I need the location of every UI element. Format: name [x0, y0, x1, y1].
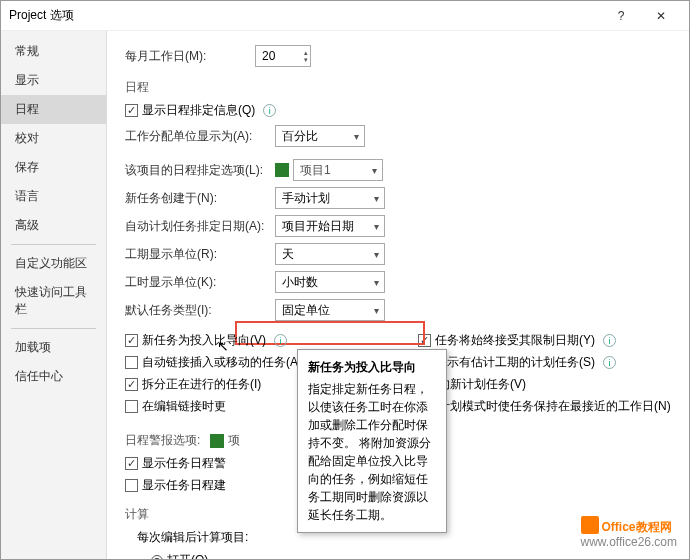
- cursor-icon: ↖: [217, 338, 229, 354]
- duration-unit-label: 工期显示单位(R):: [125, 246, 275, 263]
- project-icon: [275, 163, 289, 177]
- sidebar-item-display[interactable]: 显示: [1, 66, 106, 95]
- help-icon[interactable]: i: [603, 334, 616, 347]
- watermark-domain: www.office26.com: [581, 535, 678, 549]
- auto-link-label: 自动链接插入或移动的任务(A): [142, 354, 302, 371]
- alert-options-label: 日程警报选项:: [125, 432, 200, 449]
- deadline-label: 任务将始终接受其限制日期(Y): [435, 332, 595, 349]
- monthly-workdays-input[interactable]: 20: [255, 45, 311, 67]
- show-suggestions-label: 显示任务日程建: [142, 477, 226, 494]
- calc-on-radio[interactable]: [151, 555, 163, 560]
- show-suggestions-checkbox[interactable]: [125, 479, 138, 492]
- assign-unit-select[interactable]: 百分比: [275, 125, 365, 147]
- sidebar-item-schedule[interactable]: 日程: [1, 95, 106, 124]
- watermark: Office教程网 www.office26.com: [581, 511, 678, 549]
- help-icon[interactable]: i: [274, 334, 287, 347]
- effort-driven-label: 新任务为投入比导向(V): [142, 332, 266, 349]
- sidebar-separator: [11, 244, 96, 245]
- sidebar-item-trust-center[interactable]: 信任中心: [1, 362, 106, 391]
- sidebar-item-general[interactable]: 常规: [1, 37, 106, 66]
- calc-on-label: 打开(O): [167, 552, 208, 559]
- watermark-brand: Office教程网: [602, 520, 672, 534]
- project-schedule-select[interactable]: 项目1: [293, 159, 383, 181]
- new-task-created-label: 新任务创建于(N):: [125, 190, 275, 207]
- sidebar-separator: [11, 328, 96, 329]
- tooltip: 新任务为投入比导向 指定排定新任务日程，以使该任务工时在你添加或删除工作分配时保…: [297, 349, 447, 533]
- sidebar-item-customize-ribbon[interactable]: 自定义功能区: [1, 249, 106, 278]
- sidebar-item-language[interactable]: 语言: [1, 182, 106, 211]
- auto-link-checkbox[interactable]: [125, 356, 138, 369]
- show-estimated-label: 显示有估计工期的计划任务(S): [435, 354, 595, 371]
- assign-unit-label: 工作分配单位显示为(A):: [125, 128, 275, 145]
- auto-plan-date-select[interactable]: 项目开始日期: [275, 215, 385, 237]
- default-task-type-label: 默认任务类型(I):: [125, 302, 275, 319]
- close-button[interactable]: ✕: [641, 9, 681, 23]
- monthly-workdays-label: 每月工作日(M):: [125, 48, 255, 65]
- schedule-section-head: 日程: [125, 79, 671, 96]
- project-icon: [210, 434, 224, 448]
- sidebar: 常规 显示 日程 校对 保存 语言 高级 自定义功能区 快速访问工具栏 加载项 …: [1, 31, 107, 559]
- logo-icon: [581, 516, 599, 534]
- default-task-type-select[interactable]: 固定单位: [275, 299, 385, 321]
- window-title: Project 选项: [9, 7, 601, 24]
- show-schedule-info-label: 显示日程排定信息(Q): [142, 102, 255, 119]
- edit-link-label: 在编辑链接时更: [142, 398, 226, 415]
- sidebar-item-proofing[interactable]: 校对: [1, 124, 106, 153]
- show-schedule-info-checkbox[interactable]: [125, 104, 138, 117]
- duration-unit-select[interactable]: 天: [275, 243, 385, 265]
- auto-plan-date-label: 自动计划任务排定日期(A):: [125, 218, 275, 235]
- help-button[interactable]: ?: [601, 9, 641, 23]
- show-warnings-label: 显示任务日程警: [142, 455, 226, 472]
- work-unit-select[interactable]: 小时数: [275, 271, 385, 293]
- effort-driven-checkbox[interactable]: [125, 334, 138, 347]
- new-task-created-select[interactable]: 手动计划: [275, 187, 385, 209]
- edit-link-checkbox[interactable]: [125, 400, 138, 413]
- sidebar-item-addins[interactable]: 加载项: [1, 333, 106, 362]
- alert-project-label: 项: [228, 432, 240, 449]
- tooltip-body: 指定排定新任务日程，以使该任务工时在你添加或删除工作分配时保持不变。 将附加资源…: [308, 380, 436, 524]
- tooltip-title: 新任务为投入比导向: [308, 358, 436, 376]
- sidebar-item-advanced[interactable]: 高级: [1, 211, 106, 240]
- project-schedule-options-label: 该项目的日程排定选项(L):: [125, 162, 275, 179]
- split-task-checkbox[interactable]: [125, 378, 138, 391]
- help-icon[interactable]: i: [263, 104, 276, 117]
- split-task-label: 拆分正在进行的任务(I): [142, 376, 261, 393]
- show-warnings-checkbox[interactable]: [125, 457, 138, 470]
- help-icon[interactable]: i: [603, 356, 616, 369]
- content-panel: 每月工作日(M): 20 日程 显示日程排定信息(Q) i 工作分配单位显示为(…: [107, 31, 689, 559]
- sidebar-item-save[interactable]: 保存: [1, 153, 106, 182]
- work-unit-label: 工时显示单位(K):: [125, 274, 275, 291]
- sidebar-item-quick-access[interactable]: 快速访问工具栏: [1, 278, 106, 324]
